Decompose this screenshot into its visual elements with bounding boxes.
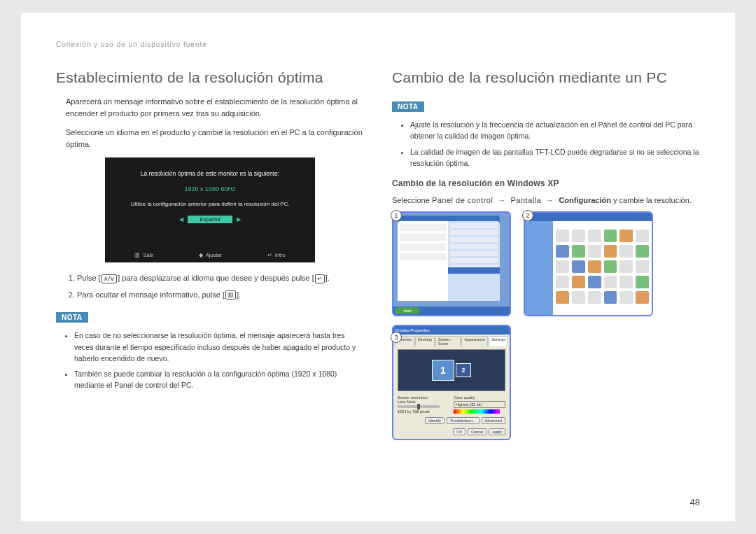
startmenu-right-pane: [448, 221, 500, 301]
dp-titlebar: Display Properties: [393, 326, 510, 335]
cp-icon-grid: [556, 230, 649, 312]
osd-language-selected: Español: [188, 216, 233, 223]
osd-line1: La resolución óptima de este monitor es …: [112, 167, 308, 180]
dp-button-row-1: Identify Troubleshoot... Advanced: [393, 415, 510, 426]
start-button: start: [395, 307, 420, 314]
resolution-group: Screen resolution Less More 1024 by 768 …: [398, 395, 449, 414]
note-list-left: En caso de no seleccionarse la resolució…: [56, 330, 364, 391]
two-column-layout: Establecimiento de la resolución óptima …: [56, 69, 700, 440]
step-badge-1: 1: [391, 210, 402, 221]
arrow-icon: →: [498, 196, 505, 204]
intro-paragraph-1: Aparecerá un mensaje informativo sobre e…: [56, 96, 364, 120]
startmenu-left-pane: [398, 221, 448, 301]
cq-value: Highest (32 bit): [454, 401, 505, 408]
monitor-1-icon: 1: [432, 360, 454, 381]
color-bar: [454, 409, 500, 414]
menu-icon: ▥: [134, 252, 140, 258]
note-list-right: Ajuste la resolución y la frecuencia de …: [392, 119, 700, 169]
osd-enter: ↵ Intro: [267, 252, 286, 259]
troubleshoot-button: Troubleshoot...: [447, 417, 479, 424]
res-range: Less More: [398, 400, 449, 404]
tab-screensaver: Screen Saver: [435, 336, 461, 346]
note-right-1: Ajuste la resolución y la frecuencia de …: [410, 119, 700, 142]
manual-page: Conexión y uso de un dispositivo fuente …: [21, 13, 735, 521]
note-left-1: En caso de no seleccionarse la resolució…: [74, 330, 364, 364]
dp-button-row-2: OK Cancel Apply: [393, 426, 510, 437]
triangle-left-icon: ◀: [179, 216, 183, 223]
note-badge-left: NOTA: [56, 312, 88, 323]
dp-tabs: Themes Desktop Screen Saver Appearance S…: [393, 335, 510, 346]
res-slider: [398, 405, 440, 408]
left-column: Establecimiento de la resolución óptima …: [56, 69, 364, 440]
osd-exit: ▥ Salir: [134, 252, 153, 259]
tab-settings: Settings: [489, 336, 508, 346]
intro-paragraph-2: Seleccione un idioma en el producto y ca…: [56, 127, 364, 150]
step-badge-2: 2: [522, 210, 533, 221]
arrow-icon: →: [546, 196, 554, 204]
osd-language-row: ◀ Español ▶: [112, 214, 308, 225]
screenshot-control-panel: [524, 211, 653, 316]
step-badge-3: 3: [391, 332, 402, 343]
page-number: 48: [690, 497, 700, 507]
path-pantalla: Pantalla: [511, 196, 542, 204]
ok-button: OK: [453, 428, 465, 435]
step-2: Para ocultar el mensaje informativo, pul…: [77, 289, 364, 302]
advanced-button: Advanced: [482, 417, 505, 424]
osd-screenshot: La resolución óptima de este monitor es …: [105, 157, 315, 262]
breadcrumb: Conexión y uso de un dispositivo fuente: [56, 41, 700, 48]
cp-sidebar: [525, 221, 553, 315]
cancel-button: Cancel: [468, 428, 486, 435]
note-left-2: También se puede cambiar la resolución a…: [74, 368, 364, 391]
sub-heading-xp: Cambio de la resolución en Windows XP: [392, 178, 700, 188]
screenshot-2-wrap: 2: [524, 211, 653, 316]
right-column: Cambio de la resolución mediante un PC N…: [392, 69, 700, 440]
tab-desktop: Desktop: [415, 336, 435, 346]
step-1: Pulse [∧/∨] para desplazarse al idioma q…: [77, 272, 364, 285]
menu-button-icon: ▥: [225, 290, 236, 300]
section-title-right: Cambio de la resolución mediante un PC: [392, 69, 700, 86]
tab-appearance: Appearance: [461, 336, 488, 346]
screenshot-start-menu: start: [392, 211, 511, 316]
monitor-2-icon: 2: [456, 363, 471, 377]
screenshot-3-wrap: 3 Display Properties Themes Desktop Scre…: [392, 325, 700, 440]
updown-icon: ∧/∨: [102, 274, 118, 283]
step-list: Pulse [∧/∨] para desplazarse al idioma q…: [56, 272, 364, 301]
cp-icon: [556, 230, 569, 242]
screenshot-display-props: Display Properties Themes Desktop Screen…: [392, 325, 511, 440]
section-title-left: Establecimiento de la resolución óptima: [56, 69, 364, 86]
dp-monitor-preview: 1 2: [398, 349, 505, 391]
triangle-right-icon: ▶: [237, 216, 241, 223]
enter-button-icon: ↵: [315, 274, 325, 283]
screenshot-row-1: 1 start: [392, 211, 700, 316]
instruction-line: Seleccione Panel de control → Pantalla →…: [392, 196, 700, 204]
res-value: 1024 by 768 pixels: [398, 409, 449, 414]
osd-adjust: ◆ Ajustar: [199, 252, 222, 259]
path-config: Configuración: [559, 196, 611, 204]
diamond-icon: ◆: [199, 252, 203, 258]
note-right-2: La calidad de imagen de las pantallas TF…: [410, 146, 700, 169]
enter-icon: ↵: [267, 252, 272, 258]
path-panel: Panel de control: [432, 196, 493, 204]
identify-button: Identify: [425, 417, 444, 424]
osd-line2: Utilice la configuración anterior para d…: [112, 198, 308, 214]
dp-controls: Screen resolution Less More 1024 by 768 …: [393, 394, 510, 415]
cq-label: Color quality: [454, 395, 505, 400]
color-quality-group: Color quality Highest (32 bit): [454, 395, 505, 414]
cp-titlebar: [525, 213, 652, 221]
osd-bottom-bar: ▥ Salir ◆ Ajustar ↵ Intro: [112, 252, 308, 259]
apply-button: Apply: [489, 428, 505, 435]
control-panel-highlight: [448, 267, 500, 274]
osd-resolution: 1920 x 1080 60Hz: [112, 180, 308, 198]
note-badge-right: NOTA: [392, 101, 424, 112]
screenshot-1-wrap: 1 start: [392, 211, 511, 316]
